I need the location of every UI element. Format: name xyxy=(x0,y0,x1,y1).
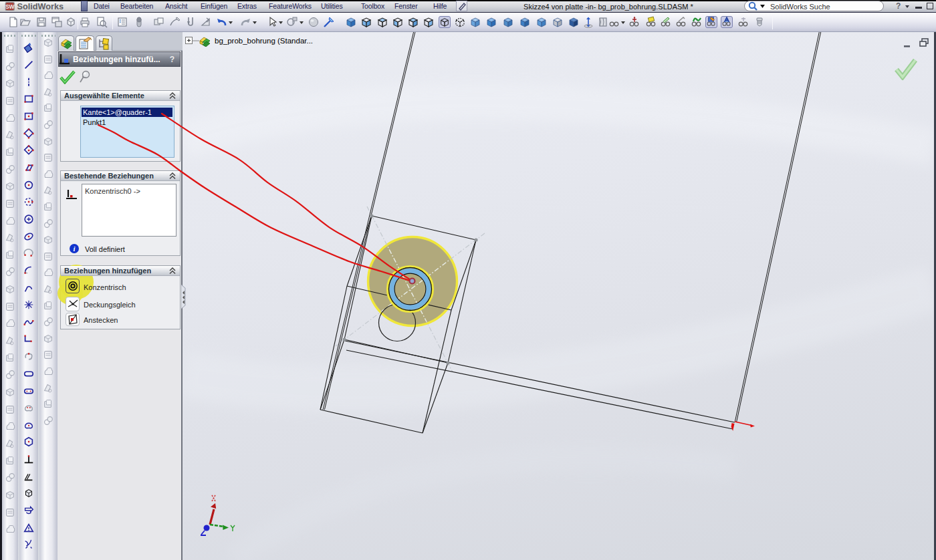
svg-text:SW: SW xyxy=(5,3,15,10)
svg-text:SolidWorks: SolidWorks xyxy=(17,2,64,11)
